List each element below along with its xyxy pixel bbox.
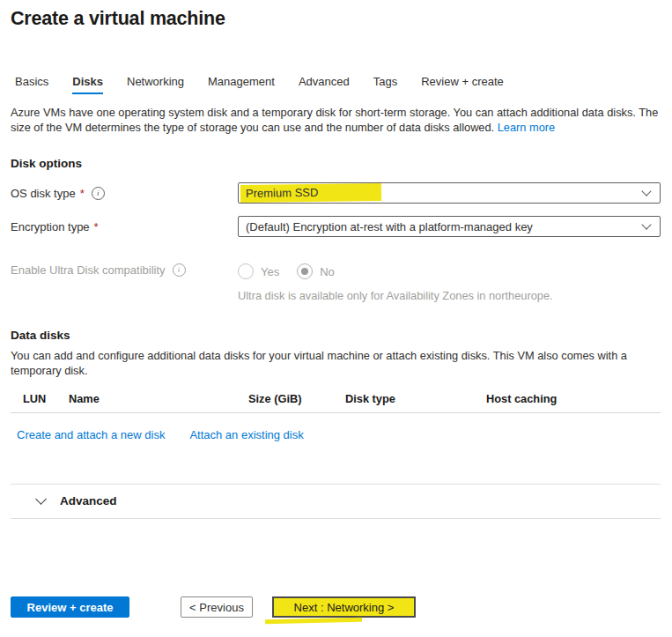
advanced-expander[interactable]: Advanced (11, 485, 661, 518)
column-header-lun: LUN (11, 392, 69, 405)
ultra-disk-label: Enable Ultra Disk compatibility i (11, 263, 238, 277)
tab-disks[interactable]: Disks (72, 75, 103, 94)
os-disk-type-label: OS disk type * i (11, 187, 238, 200)
tab-management[interactable]: Management (208, 75, 275, 94)
data-disks-heading: Data disks (11, 329, 661, 342)
chevron-down-icon (35, 493, 47, 505)
info-icon[interactable]: i (173, 263, 186, 277)
ultra-disk-label-text: Enable Ultra Disk compatibility (11, 263, 166, 277)
chevron-down-icon (641, 186, 651, 196)
required-asterisk: * (80, 187, 85, 200)
page-title: Create a virtual machine (11, 8, 661, 30)
intro-text-body: Azure VMs have one operating system disk… (11, 106, 658, 134)
ultra-disk-row: Enable Ultra Disk compatibility i Yes No… (11, 263, 661, 302)
radio-unselected-icon (238, 263, 254, 279)
os-disk-type-row: OS disk type * i Premium SSD (11, 182, 661, 204)
learn-more-link[interactable]: Learn more (498, 121, 555, 134)
ultra-disk-yes-label: Yes (261, 265, 279, 278)
data-disks-table-header: LUN Name Size (GiB) Disk type Host cachi… (11, 392, 661, 405)
next-networking-button[interactable]: Next : Networking > (272, 596, 416, 618)
divider (11, 518, 661, 519)
tab-advanced[interactable]: Advanced (299, 75, 350, 94)
encryption-type-label-text: Encryption type (11, 220, 90, 233)
intro-text: Azure VMs have one operating system disk… (11, 106, 661, 135)
tab-tags[interactable]: Tags (373, 75, 397, 94)
column-header-name: Name (69, 392, 248, 405)
os-disk-type-value: Premium SSD (240, 183, 382, 203)
encryption-type-value: (Default) Encryption at-rest with a plat… (246, 220, 533, 233)
encryption-type-label: Encryption type * (11, 220, 238, 233)
advanced-expander-label: Advanced (60, 494, 117, 507)
attach-existing-disk-link[interactable]: Attach an existing disk (189, 428, 303, 441)
wizard-tabs: Basics Disks Networking Management Advan… (11, 75, 661, 94)
previous-button[interactable]: < Previous (181, 596, 253, 618)
chevron-down-icon (641, 219, 651, 229)
review-create-button[interactable]: Review + create (11, 596, 129, 618)
data-disks-links: Create and attach a new disk Attach an e… (11, 428, 661, 441)
ultra-disk-no-label: No (320, 265, 335, 278)
ultra-disk-radio-group: Yes No (238, 263, 553, 279)
os-disk-type-label-text: OS disk type (11, 187, 76, 200)
column-header-disk-type: Disk type (345, 392, 486, 405)
encryption-type-row: Encryption type * (Default) Encryption a… (11, 216, 661, 237)
tab-basics[interactable]: Basics (15, 75, 48, 94)
encryption-type-select[interactable]: (Default) Encryption at-rest with a plat… (238, 216, 661, 237)
tab-networking[interactable]: Networking (127, 75, 184, 94)
os-disk-type-select[interactable]: Premium SSD (238, 182, 661, 204)
column-header-host-caching: Host caching (486, 392, 661, 405)
wizard-footer: Review + create < Previous Next : Networ… (11, 596, 416, 618)
required-asterisk: * (94, 220, 99, 233)
ultra-disk-yes-radio: Yes (238, 263, 279, 279)
disk-options-heading: Disk options (11, 157, 661, 170)
ultra-disk-control: Yes No Ultra disk is available only for … (238, 263, 553, 302)
table-header-rule (11, 412, 661, 413)
info-icon[interactable]: i (92, 187, 105, 200)
radio-selected-icon (297, 263, 313, 279)
column-header-size: Size (GiB) (248, 392, 345, 405)
ultra-disk-helper-text: Ultra disk is available only for Availab… (238, 289, 553, 302)
ultra-disk-no-radio: No (297, 263, 335, 279)
tab-review-create[interactable]: Review + create (421, 75, 504, 94)
data-disks-description: You can add and configure additional dat… (11, 349, 654, 378)
create-new-disk-link[interactable]: Create and attach a new disk (17, 428, 165, 441)
